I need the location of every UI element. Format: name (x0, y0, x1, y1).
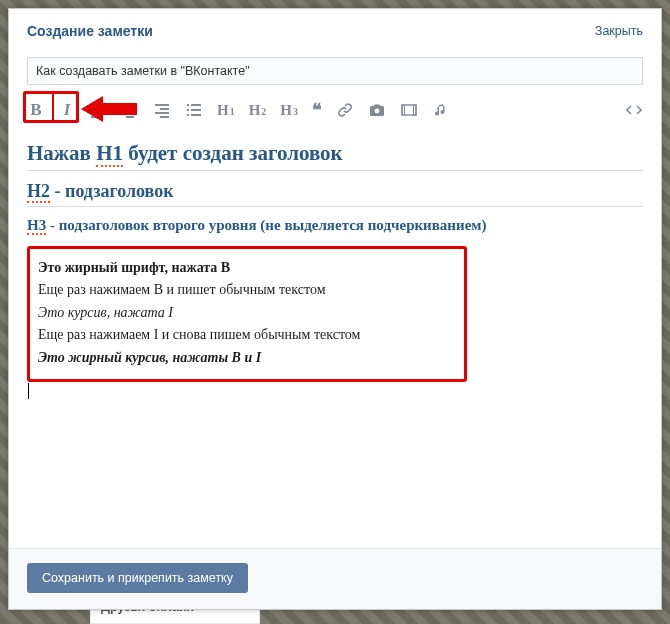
note-editor-modal: Создание заметки Закрыть B I H1 H2 H3 ❝ (8, 8, 662, 610)
annotation-red-box-body: Это жирный шрифт, нажата B Еще раз нажим… (27, 246, 467, 382)
svg-rect-5 (126, 108, 134, 110)
content-para-normal-2: Еще раз нажимаем I и снова пишем обычным… (38, 324, 456, 346)
italic-button[interactable]: I (59, 101, 75, 119)
svg-rect-16 (187, 114, 189, 116)
content-para-italic: Это курсив, нажата I (38, 302, 456, 324)
bold-button[interactable]: B (27, 101, 45, 119)
content-para-bolditalic: Это жирный курсив, нажаты B и I (38, 347, 456, 369)
svg-rect-20 (374, 105, 380, 108)
align-left-button[interactable] (89, 101, 107, 119)
html-button[interactable] (625, 101, 643, 119)
svg-rect-8 (155, 104, 169, 106)
link-button[interactable] (336, 101, 354, 119)
svg-rect-15 (191, 109, 201, 111)
svg-rect-2 (91, 112, 105, 114)
toolbar: B I H1 H2 H3 ❝ (27, 95, 643, 125)
content-h3: H3 - подзаголовок второго уровня (не выд… (27, 207, 643, 238)
svg-rect-12 (187, 104, 189, 106)
svg-rect-10 (155, 112, 169, 114)
audio-button[interactable] (432, 101, 450, 119)
modal-title: Создание заметки (27, 23, 153, 39)
content-h2: H2 - подзаголовок (27, 171, 643, 207)
heading1-button[interactable]: H1 (217, 102, 235, 119)
text-caret (28, 383, 29, 399)
save-button[interactable]: Сохранить и прикрепить заметку (27, 563, 248, 593)
svg-rect-14 (187, 109, 189, 111)
svg-rect-22 (402, 105, 405, 115)
quote-button[interactable]: ❝ (312, 99, 322, 121)
heading3-button[interactable]: H3 (280, 102, 298, 119)
svg-rect-6 (123, 112, 137, 114)
note-title-field-wrapper (27, 57, 643, 85)
note-title-input[interactable] (27, 57, 643, 85)
svg-rect-3 (91, 116, 100, 118)
svg-rect-17 (191, 114, 201, 116)
svg-rect-23 (414, 105, 417, 115)
svg-rect-4 (123, 104, 137, 106)
modal-footer: Сохранить и прикрепить заметку (9, 548, 661, 609)
svg-rect-11 (160, 116, 169, 118)
photo-button[interactable] (368, 101, 386, 119)
svg-point-19 (375, 109, 380, 114)
svg-rect-7 (126, 116, 134, 118)
align-center-button[interactable] (121, 101, 139, 119)
content-para-normal-1: Еще раз нажимаем В и пишет обычным текст… (38, 279, 456, 301)
video-button[interactable] (400, 101, 418, 119)
modal-header: Создание заметки Закрыть (9, 9, 661, 49)
svg-rect-13 (191, 104, 201, 106)
heading2-button[interactable]: H2 (249, 102, 267, 119)
svg-rect-0 (91, 104, 105, 106)
content-h1: Нажав H1 будет создан заголовок (27, 135, 643, 171)
close-button[interactable]: Закрыть (595, 24, 643, 38)
svg-rect-9 (160, 108, 169, 110)
editor-content-area[interactable]: Нажав H1 будет создан заголовок H2 - под… (27, 135, 643, 539)
svg-rect-1 (91, 108, 100, 110)
content-para-bold: Это жирный шрифт, нажата B (38, 257, 456, 279)
list-button[interactable] (185, 101, 203, 119)
align-right-button[interactable] (153, 101, 171, 119)
